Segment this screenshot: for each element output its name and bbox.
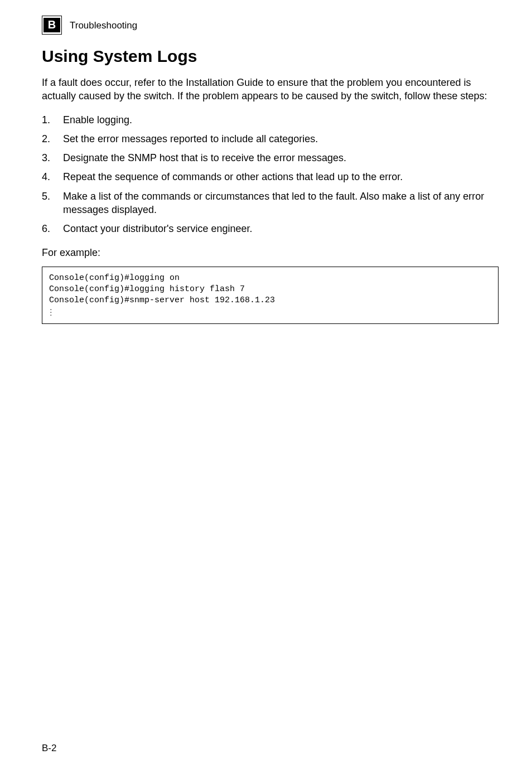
page-title: Using System Logs [42,47,499,66]
code-line: Console(config)#logging history flash 7 [49,284,245,294]
appendix-letter: B [48,18,56,31]
intro-paragraph: If a fault does occur, refer to the Inst… [42,76,499,103]
list-item: Repeat the sequence of commands or other… [42,170,499,183]
code-example: Console(config)#logging on Console(confi… [42,267,499,324]
appendix-badge: B [42,16,62,35]
page-number: B-2 [42,743,56,754]
list-item: Make a list of the commands or circumsta… [42,190,499,217]
page-header: B Troubleshooting [42,16,499,35]
list-item: Contact your distributor's service engin… [42,222,499,235]
appendix-letter-icon: B [43,18,60,32]
list-item: Enable logging. [42,113,499,127]
steps-list: Enable logging. Set the error messages r… [42,113,499,236]
vertical-ellipsis-icon: . . . [49,307,53,316]
code-line: Console(config)#snmp-server host 192.168… [49,296,275,305]
list-item: Designate the SNMP host that is to recei… [42,151,499,165]
list-item: Set the error messages reported to inclu… [42,132,499,146]
code-line: Console(config)#logging on [49,273,180,283]
example-label: For example: [42,247,499,259]
breadcrumb: Troubleshooting [70,21,137,30]
